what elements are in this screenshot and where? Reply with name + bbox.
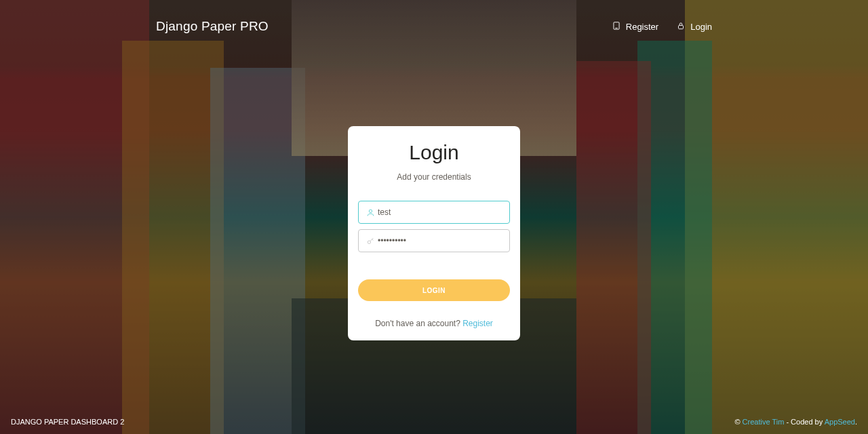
- footer-left: DJANGO PAPER DASHBOARD 2: [11, 418, 124, 426]
- register-link[interactable]: Register: [462, 319, 493, 328]
- svg-rect-1: [679, 25, 684, 28]
- username-input[interactable]: [378, 201, 505, 223]
- card-subtitle: Add your credentials: [358, 172, 510, 182]
- creative-tim-link[interactable]: Creative Tim: [743, 418, 785, 426]
- lock-icon: [676, 21, 686, 33]
- footer: DJANGO PAPER DASHBOARD 2 © Creative Tim …: [0, 418, 868, 426]
- svg-point-3: [368, 240, 370, 243]
- brand-link[interactable]: Django Paper PRO: [156, 19, 269, 34]
- appseed-link[interactable]: AppSeed: [825, 418, 855, 426]
- password-field-group: [358, 229, 510, 252]
- nav-register-link[interactable]: Register: [612, 21, 658, 33]
- alt-action: Don't have an account? Register: [358, 319, 510, 328]
- key-icon: [363, 237, 378, 245]
- top-nav: Django Paper PRO Register Login: [0, 0, 868, 53]
- alt-prefix: Don't have an account?: [375, 319, 462, 328]
- svg-point-2: [369, 210, 372, 212]
- nav-login-link[interactable]: Login: [676, 21, 712, 33]
- note-icon: [612, 21, 621, 33]
- nav-login-label: Login: [690, 22, 712, 32]
- nav-register-label: Register: [626, 22, 658, 32]
- username-field-group: [358, 201, 510, 224]
- password-input[interactable]: [378, 230, 505, 252]
- login-button[interactable]: LOGIN: [358, 279, 510, 301]
- footer-right: © Creative Tim - Coded by AppSeed.: [734, 418, 857, 426]
- user-icon: [363, 208, 378, 217]
- card-title: Login: [358, 141, 510, 164]
- login-card: Login Add your credentials LOGIN Don't h…: [348, 126, 520, 340]
